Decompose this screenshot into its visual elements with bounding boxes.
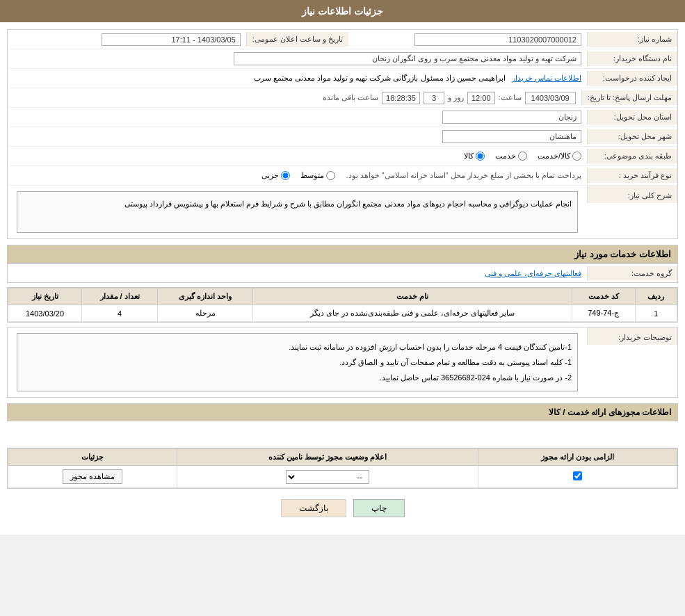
table-row: 1 ج-74-749 سایر فعالیتهای حرفه‌ای، علمی …: [8, 305, 677, 322]
permit-info-section: الزامی بودن ارائه مجوز اعلام وضعیت مجوز …: [7, 448, 678, 489]
buyer-org-label: نام دستگاه خریدار:: [587, 51, 677, 66]
permit-col-required: الزامی بودن ارائه مجوز: [478, 449, 677, 466]
process-radio-group: پرداخت تمام یا بخشی از مبلغ خریدار محل "…: [13, 171, 581, 180]
announcement-date-value: 1403/03/05 - 17:11: [102, 33, 241, 46]
row-buyer-org: نام دستگاه خریدار: شرکت تهیه و تولید موا…: [8, 49, 677, 69]
process-type-label: نوع فرآیند خرید :: [587, 168, 677, 183]
permit-col-details: جزئیات: [8, 449, 177, 466]
cell-unit: مرحله: [158, 305, 253, 322]
row-process-type: نوع فرآیند خرید : پرداخت تمام یا بخشی از…: [8, 166, 677, 186]
buyer-org-value: شرکت تهیه و تولید مواد معدنی مجتمع سرب و…: [234, 52, 581, 65]
services-table-container: ردیف کد خدمت نام خدمت واحد اندازه گیری ت…: [7, 287, 678, 323]
delivery-city-value: ماهنشان: [442, 130, 581, 143]
row-creator: ایجاد کننده درخواست: اطلاعات تماس خریدار…: [8, 69, 677, 88]
buyer-note-line-1: 1-تامین کنندگان قیمت 4 مرحله خدمات را بد…: [23, 339, 572, 355]
row-buyer-notes: توضیحات خریدار: 1-تامین کنندگان قیمت 4 م…: [7, 327, 678, 398]
row-delivery-province: استان محل تحویل: زنجان: [8, 108, 677, 127]
response-deadline-label: مهلت ارسال پاسخ: تا تاریخ:: [581, 90, 677, 105]
col-service-code: کد خدمت: [572, 289, 635, 305]
response-time-label: ساعت:: [499, 93, 522, 102]
col-unit: واحد اندازه گیری: [158, 289, 253, 305]
col-row-num: ردیف: [635, 289, 677, 305]
permit-required-checkbox[interactable]: [573, 471, 582, 480]
delivery-province-label: استان محل تحویل:: [587, 110, 677, 124]
announcement-date-label: تاریخ و ساعت اعلان عمومی:: [246, 32, 348, 47]
description-label: شرح کلی نیاز:: [587, 186, 677, 203]
response-date: 1403/03/09: [525, 92, 576, 104]
row-need-number: شماره نیاز: 1103020007000012 تاریخ و ساع…: [8, 30, 677, 49]
cell-row-num: 1: [635, 305, 677, 322]
services-section-header: اطلاعات خدمات مورد نیاز: [7, 245, 678, 264]
response-remaining-label: ساعت باقی مانده: [323, 93, 378, 102]
category-label: طبقه بندی موضوعی:: [587, 149, 677, 163]
services-table: ردیف کد خدمت نام خدمت واحد اندازه گیری ت…: [8, 288, 677, 322]
permit-header-row: الزامی بودن ارائه مجوز اعلام وضعیت مجوز …: [8, 449, 677, 466]
row-response-deadline: مهلت ارسال پاسخ: تا تاریخ: 1403/03/09 سا…: [8, 88, 677, 108]
process-option-partial[interactable]: جزیی: [261, 171, 290, 180]
row-service-group: گروه خدمت: فعالیتهای حرفه‌ای، علمی و فنی: [7, 264, 678, 283]
permit-section-header: اطلاعات مجوزهای ارائه خدمت / کالا: [7, 403, 678, 421]
category-option-kala[interactable]: کالا: [464, 152, 485, 161]
category-option-khadmat-kala[interactable]: کالا/خدمت: [538, 152, 581, 161]
cell-service-name: سایر فعالیتهای حرفه‌ای، علمی و فنی طبقه‌…: [253, 305, 572, 322]
cell-quantity: 4: [82, 305, 158, 322]
need-number-label: شماره نیاز:: [587, 32, 677, 47]
row-delivery-city: شهر محل تحویل: ماهنشان: [8, 127, 677, 147]
permit-col-status: اعلام وضعیت مجوز توسط نامین کننده: [177, 449, 478, 466]
buyer-note-line-2: 1- کلیه اسناد پیوستی به دقت مطالعه و تما…: [23, 355, 572, 370]
buyer-notes-label: توضیحات خریدار:: [587, 327, 677, 345]
response-time: 12:00: [467, 92, 495, 104]
bottom-buttons: چاپ بازگشت: [7, 489, 678, 528]
category-option-khadmat[interactable]: خدمت: [495, 152, 527, 161]
col-quantity: تعداد / مقدار: [82, 289, 158, 305]
process-note: پرداخت تمام یا بخشی از مبلغ خریدار محل "…: [346, 171, 581, 180]
services-table-header-row: ردیف کد خدمت نام خدمت واحد اندازه گیری ت…: [8, 289, 677, 305]
delivery-province-value: زنجان: [442, 111, 581, 124]
row-description: شرح کلی نیاز: انجام عملیات دیوگرافی و مح…: [8, 186, 677, 238]
col-date: تاریخ نیاز: [8, 289, 82, 305]
cell-service-code: ج-74-749: [572, 305, 635, 322]
permit-required-checkbox-cell: [478, 466, 677, 488]
print-button[interactable]: چاپ: [353, 499, 405, 517]
response-days-label: روز و: [448, 93, 464, 102]
permit-details-cell: مشاهده مجوز: [8, 466, 177, 488]
main-info-section: شماره نیاز: 1103020007000012 تاریخ و ساع…: [7, 29, 678, 239]
process-option-medium[interactable]: متوسط: [300, 171, 335, 180]
creator-link[interactable]: اطلاعات تماس خریدار: [512, 74, 581, 82]
col-service-name: نام خدمت: [253, 289, 572, 305]
creator-value: ابراهیمی حسین زاد مسئول بازرگانی شرکت ته…: [254, 74, 506, 82]
permit-table-row: -- مشاهده مجوز: [8, 466, 677, 488]
permit-status-cell: --: [177, 466, 478, 488]
permit-show-button[interactable]: مشاهده مجوز: [63, 469, 122, 484]
buyer-notes-box: 1-تامین کنندگان قیمت 4 مرحله خدمات را بد…: [17, 333, 578, 391]
description-value: انجام عملیات دیوگرافی و محاسبه احجام دیو…: [17, 191, 578, 233]
permit-table: الزامی بودن ارائه مجوز اعلام وضعیت مجوز …: [8, 448, 677, 488]
page-title: جزئیات اطلاعات نیاز: [302, 6, 383, 17]
permit-status-select[interactable]: --: [286, 470, 369, 484]
spacer: [7, 421, 678, 442]
page-header: جزئیات اطلاعات نیاز: [0, 0, 685, 22]
back-button[interactable]: بازگشت: [281, 499, 346, 517]
response-remaining: 18:28:35: [382, 92, 420, 104]
service-group-value[interactable]: فعالیتهای حرفه‌ای، علمی و فنی: [485, 269, 581, 277]
main-container: جزئیات اطلاعات نیاز شماره نیاز: 11030200…: [0, 0, 685, 535]
response-days: 3: [424, 92, 444, 104]
buyer-note-line-3: 2- در صورت نیاز با شماره 024-36526682 تم…: [23, 370, 572, 385]
need-number-value: 1103020007000012: [414, 33, 581, 46]
row-category: طبقه بندی موضوعی: کالا/خدمت خدمت کالا: [8, 147, 677, 166]
service-group-label: گروه خدمت:: [587, 266, 677, 281]
category-radio-group: کالا/خدمت خدمت کالا: [13, 152, 581, 161]
content-area: شماره نیاز: 1103020007000012 تاریخ و ساع…: [0, 22, 685, 535]
delivery-city-label: شهر محل تحویل:: [587, 129, 677, 144]
cell-date: 1403/03/20: [8, 305, 82, 322]
creator-label: ایجاد کننده درخواست:: [587, 71, 677, 86]
